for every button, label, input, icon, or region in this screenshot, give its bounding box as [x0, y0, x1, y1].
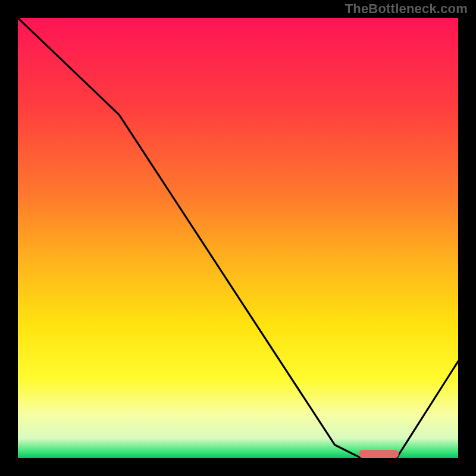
chart-stage: TheBottleneck.com [0, 0, 476, 476]
optimal-range-marker [359, 450, 399, 458]
svg-rect-0 [18, 18, 458, 458]
plot-area [18, 18, 458, 458]
background-gradient [18, 18, 458, 458]
watermark-text: TheBottleneck.com [345, 1, 468, 17]
